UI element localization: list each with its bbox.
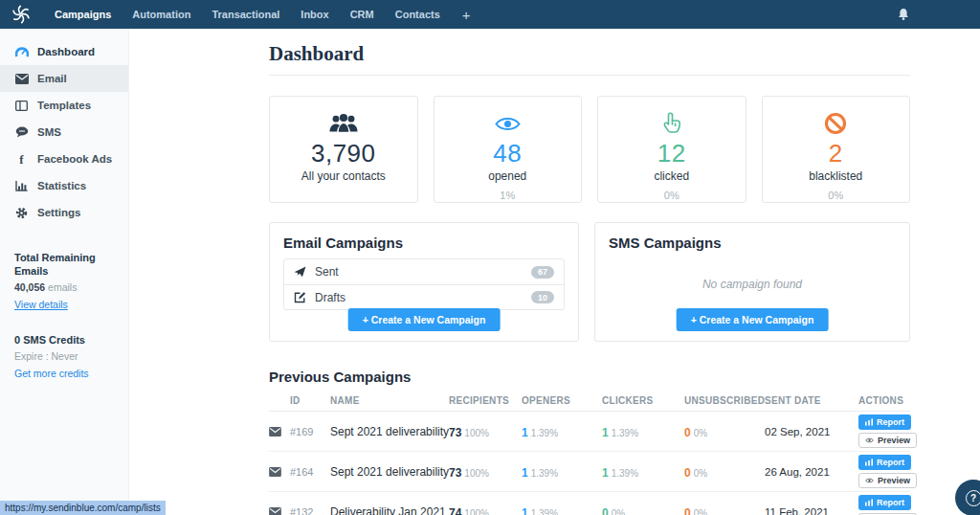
emails-count-unit: emails [45, 281, 77, 293]
stat-cards-row: 3,790 All your contacts 48 opened 1% 12 … [269, 96, 910, 203]
sent-date: 26 Aug, 2021 [765, 466, 858, 478]
preview-button[interactable]: Preview [858, 473, 917, 488]
email-campaigns-title: Email Campaigns [283, 235, 565, 251]
campaign-name[interactable]: Deliverability Jan 2021 r... [330, 505, 449, 515]
clickers-value: 0 [602, 506, 609, 515]
unsubscribed-value: 0 [684, 506, 691, 515]
sendinblue-logo-icon[interactable] [11, 5, 31, 24]
sms-campaigns-panel: SMS Campaigns No campaign found + Create… [594, 222, 910, 342]
previous-campaigns-table: ID NAME RECIPIENTS OPENERS CLICKERS UNSU… [269, 391, 910, 515]
nav-item-inbox[interactable]: Inbox [301, 9, 328, 20]
stat-card-clicked: 12 clicked 0% [597, 96, 746, 203]
report-label: Report [877, 458, 904, 467]
preview-label: Preview [878, 436, 910, 445]
blacklisted-label: blacklisted [763, 169, 910, 183]
opened-count: 48 [434, 139, 582, 168]
campaign-id: #132 [290, 506, 330, 515]
sidebar-item-label: Dashboard [37, 46, 95, 57]
table-header-row: ID NAME RECIPIENTS OPENERS CLICKERS UNSU… [269, 391, 910, 412]
gear-icon [14, 207, 29, 219]
report-button[interactable]: Report [858, 495, 911, 510]
unsubscribed-value: 0 [684, 426, 691, 439]
col-actions: ACTIONS [858, 395, 910, 406]
sidebar-item-templates[interactable]: Templates [0, 92, 128, 119]
campaign-name[interactable]: Sept 2021 deliverability ... [330, 465, 449, 479]
sms-bubble-icon [14, 126, 29, 138]
preview-label: Preview [878, 476, 910, 485]
nav-item-crm[interactable]: CRM [350, 9, 374, 20]
opened-percent: 1% [434, 190, 582, 201]
table-row: #164 Sept 2021 deliverability ... 73100%… [269, 452, 910, 492]
sent-campaigns-row[interactable]: Sent 67 [284, 259, 564, 284]
get-more-credits-link[interactable]: Get more credits [14, 368, 89, 379]
clicked-label: clicked [598, 169, 746, 183]
clickers-value: 1 [602, 466, 609, 480]
statistics-chart-icon [14, 181, 29, 191]
top-navbar: Campaigns Automation Transactional Inbox… [0, 0, 980, 29]
clickers-pct: 1.39% [612, 428, 638, 438]
clicked-percent: 0% [598, 190, 746, 201]
sent-count-badge: 67 [531, 266, 554, 279]
notification-bell-icon[interactable] [898, 8, 909, 25]
ban-icon [763, 111, 910, 136]
openers-pct: 1.39% [531, 428, 558, 438]
sidebar-item-facebook-ads[interactable]: f Facebook Ads [0, 146, 128, 172]
drafts-campaigns-row[interactable]: Drafts 10 [284, 284, 564, 309]
email-campaigns-panel: Email Campaigns Sent 67 Drafts [269, 222, 579, 342]
recipients-pct: 100% [464, 428, 489, 438]
help-button[interactable]: ? [955, 480, 980, 515]
row-envelope-icon [269, 504, 290, 515]
unsubscribed-pct: 0% [694, 468, 707, 479]
sent-date: 11 Feb, 2021 [765, 506, 858, 515]
nav-item-transactional[interactable]: Transactional [212, 9, 279, 20]
sidebar-item-email[interactable]: Email [0, 65, 128, 92]
page-title: Dashboard [269, 42, 364, 66]
unsubscribed-value: 0 [684, 466, 691, 480]
campaign-id: #164 [290, 466, 330, 478]
report-label: Report [877, 417, 904, 427]
sidebar-item-label: Email [37, 73, 67, 84]
sidebar-item-sms[interactable]: SMS [0, 119, 128, 146]
col-openers: OPENERS [522, 395, 602, 406]
report-button[interactable]: Report [858, 455, 911, 470]
sms-credits-expire: Expire : Never [14, 350, 114, 362]
stat-card-contacts: 3,790 All your contacts [269, 96, 418, 203]
contacts-group-icon [270, 111, 417, 136]
report-label: Report [877, 498, 904, 507]
recipients-pct: 100% [464, 468, 489, 479]
contacts-count: 3,790 [270, 139, 417, 168]
openers-value: 1 [522, 466, 528, 480]
preview-button[interactable]: Preview [858, 433, 917, 448]
unsubscribed-pct: 0% [694, 428, 707, 438]
sidebar-item-statistics[interactable]: Statistics [0, 172, 128, 199]
create-email-campaign-button[interactable]: + Create a New Campaign [348, 308, 501, 331]
no-campaign-message: No campaign found [609, 278, 896, 291]
nav-item-automation[interactable]: Automation [132, 9, 190, 20]
hand-pointer-icon [598, 111, 746, 136]
nav-add-app-button[interactable]: + [462, 7, 471, 23]
drafts-label: Drafts [315, 291, 345, 304]
sidebar-item-dashboard[interactable]: Dashboard [0, 38, 128, 65]
recipients-value: 73 [449, 426, 461, 439]
stat-card-opened: 48 opened 1% [434, 96, 583, 203]
drafts-count-badge: 10 [531, 291, 554, 303]
row-envelope-icon [269, 463, 290, 481]
report-button[interactable]: Report [858, 414, 911, 430]
draft-icon [294, 291, 308, 303]
clicked-count: 12 [598, 139, 746, 168]
nav-item-campaigns[interactable]: Campaigns [55, 9, 111, 20]
remaining-emails-block: Total Remaining Emails 40,056 emails Vie… [0, 251, 128, 312]
create-sms-campaign-button[interactable]: + Create a New Campaign [677, 308, 829, 331]
view-details-link[interactable]: View details [14, 299, 68, 310]
sidebar-item-label: Templates [37, 100, 91, 111]
nav-item-contacts[interactable]: Contacts [395, 9, 440, 20]
campaign-name[interactable]: Sept 2021 deliverability ... [330, 425, 449, 438]
col-unsubscribed: UNSUBSCRIBED [684, 395, 765, 406]
remaining-emails-count: 40,056 emails [14, 281, 114, 293]
sidebar-item-settings[interactable]: Settings [0, 199, 128, 226]
openers-value: 1 [522, 506, 528, 515]
templates-layout-icon [14, 101, 29, 111]
campaign-panels-row: Email Campaigns Sent 67 Drafts [269, 222, 910, 342]
unsubscribed-pct: 0% [694, 508, 707, 515]
title-divider [269, 75, 910, 76]
